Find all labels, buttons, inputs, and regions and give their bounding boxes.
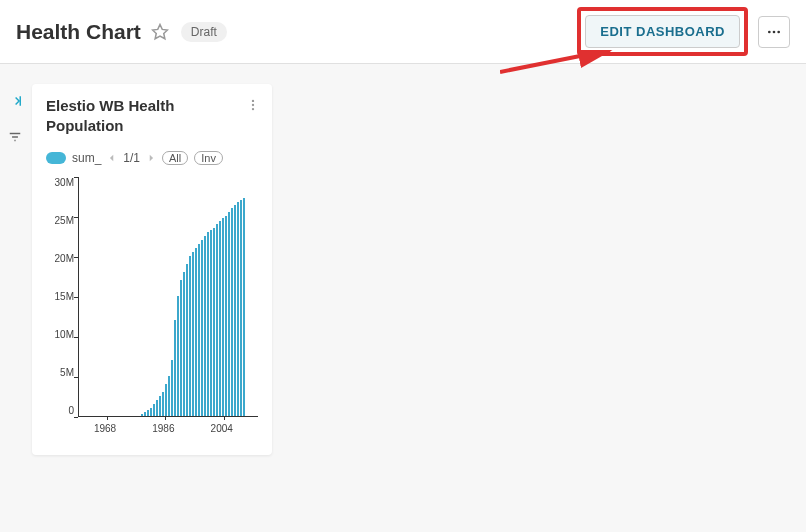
bar: [189, 256, 191, 416]
bar: [168, 376, 170, 416]
bar: [231, 208, 233, 416]
bar: [150, 408, 152, 416]
annotation-highlight: EDIT DASHBOARD: [577, 7, 748, 56]
bar: [153, 404, 155, 416]
bar: [207, 232, 209, 416]
status-badge: Draft: [181, 22, 227, 42]
chart-plot: 30M25M20M15M10M5M0 196819862004: [46, 177, 258, 437]
svg-point-5: [252, 100, 254, 102]
bar: [192, 252, 194, 416]
svg-marker-0: [152, 24, 167, 38]
bar: [237, 202, 239, 416]
svg-point-7: [252, 108, 254, 110]
bar: [240, 200, 242, 416]
bar: [159, 396, 161, 416]
chart-title: Elestio WB Health Population: [46, 96, 258, 137]
chart-legend: sum_ 1/1 All Inv: [46, 151, 258, 165]
edit-dashboard-button[interactable]: EDIT DASHBOARD: [585, 15, 740, 48]
bar: [204, 236, 206, 416]
x-tick-label: 1986: [152, 423, 174, 434]
y-tick-label: 0: [46, 405, 74, 416]
y-tick-label: 30M: [46, 177, 74, 188]
bar: [147, 410, 149, 416]
x-tick-label: 1968: [94, 423, 116, 434]
y-tick-label: 25M: [46, 215, 74, 226]
bar: [195, 248, 197, 416]
x-tick-label: 2004: [211, 423, 233, 434]
card-menu-icon[interactable]: [246, 98, 260, 116]
y-tick-label: 20M: [46, 253, 74, 264]
bar: [186, 264, 188, 416]
legend-label: sum_: [72, 151, 101, 165]
bar: [141, 414, 143, 416]
legend-all-button[interactable]: All: [162, 151, 188, 165]
y-tick-label: 5M: [46, 367, 74, 378]
svg-point-6: [252, 104, 254, 106]
more-menu-button[interactable]: [758, 16, 790, 48]
y-tick-label: 15M: [46, 291, 74, 302]
legend-inv-button[interactable]: Inv: [194, 151, 223, 165]
legend-page: 1/1: [123, 151, 140, 165]
header-bar: Health Chart Draft EDIT DASHBOARD: [0, 0, 806, 64]
legend-prev-icon[interactable]: [107, 153, 117, 163]
y-tick-label: 10M: [46, 329, 74, 340]
bar: [183, 272, 185, 416]
bar: [216, 224, 218, 416]
bar: [144, 412, 146, 415]
svg-point-1: [768, 30, 771, 33]
bar: [165, 384, 167, 416]
bar: [174, 320, 176, 416]
bar: [213, 228, 215, 416]
chart-card: Elestio WB Health Population sum_ 1/1 Al…: [32, 84, 272, 455]
filter-icon[interactable]: [8, 130, 22, 148]
favorite-star-icon[interactable]: [151, 23, 169, 41]
bar: [201, 240, 203, 416]
svg-point-3: [777, 30, 780, 33]
bar: [219, 221, 221, 415]
bar: [156, 400, 158, 416]
legend-next-icon[interactable]: [146, 153, 156, 163]
bar: [198, 244, 200, 416]
bar: [222, 218, 224, 416]
expand-rail-icon[interactable]: [8, 94, 22, 112]
bar: [177, 296, 179, 416]
bar: [180, 280, 182, 416]
bar: [243, 198, 245, 416]
left-rail: [0, 64, 30, 455]
bar: [228, 212, 230, 416]
bar: [162, 392, 164, 416]
bar: [234, 205, 236, 415]
svg-point-2: [773, 30, 776, 33]
legend-swatch: [46, 152, 66, 164]
bar: [210, 230, 212, 416]
bar: [171, 360, 173, 416]
page-title: Health Chart: [16, 20, 141, 44]
bar: [225, 216, 227, 416]
